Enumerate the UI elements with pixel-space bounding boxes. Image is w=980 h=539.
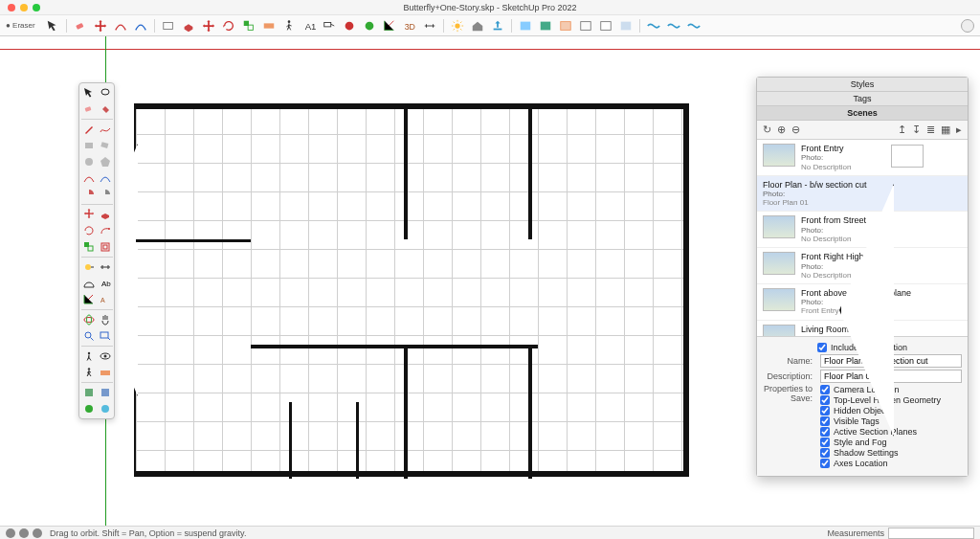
scale-icon[interactable] xyxy=(242,19,256,33)
prop-checkbox[interactable] xyxy=(820,416,830,426)
house-icon[interactable] xyxy=(471,19,484,33)
pencil-icon[interactable] xyxy=(81,122,97,137)
prop-checkbox[interactable] xyxy=(820,406,830,415)
view-list-icon[interactable]: ≣ xyxy=(926,124,935,136)
look-icon[interactable] xyxy=(98,348,113,364)
dimension2-icon[interactable] xyxy=(98,259,113,275)
style1-icon[interactable] xyxy=(519,19,532,33)
scene-item[interactable]: Front Entry Photo: No Description xyxy=(757,140,968,176)
eraser-icon[interactable] xyxy=(74,19,87,33)
prop-row[interactable]: Hidden Objects xyxy=(820,406,941,415)
remove-scene-icon[interactable]: ⊖ xyxy=(791,124,800,136)
arc2-icon[interactable] xyxy=(134,19,147,33)
scene-up-icon[interactable]: ↥ xyxy=(898,124,906,136)
style3-icon[interactable] xyxy=(559,19,572,33)
prop-checkbox[interactable] xyxy=(820,438,830,447)
prop-checkbox[interactable] xyxy=(820,395,830,405)
prop-row[interactable]: Style and Fog xyxy=(820,438,941,447)
prop-checkbox[interactable] xyxy=(820,448,830,458)
geo-icon[interactable] xyxy=(6,528,15,538)
rotrect-icon[interactable] xyxy=(98,138,113,153)
tape-icon[interactable] xyxy=(81,259,97,275)
cursor-icon[interactable] xyxy=(46,19,59,33)
lasso-icon[interactable] xyxy=(98,85,113,101)
tab-scenes[interactable]: Scenes xyxy=(757,106,968,121)
rect-icon[interactable] xyxy=(81,138,97,153)
ext3-icon[interactable] xyxy=(81,401,97,416)
select-icon[interactable] xyxy=(81,85,97,101)
style5-icon[interactable] xyxy=(599,19,612,33)
ext1-icon[interactable] xyxy=(81,385,97,400)
zoom-window-icon[interactable] xyxy=(33,4,40,11)
polygon-icon[interactable] xyxy=(98,154,113,169)
credits-icon[interactable] xyxy=(19,528,29,538)
rotate2-icon[interactable] xyxy=(81,223,97,238)
position-icon[interactable] xyxy=(81,348,97,364)
3dtext2-icon[interactable]: A xyxy=(98,292,113,307)
section-icon[interactable] xyxy=(262,19,276,33)
zoomwin-icon[interactable] xyxy=(98,328,113,344)
model-viewport[interactable]: Ab A Styles Tags Scenes ↻ ⊕ ⊖ ↥ ↧ xyxy=(0,36,980,526)
zoom-icon[interactable] xyxy=(81,328,97,344)
profile-avatar-icon[interactable] xyxy=(961,19,974,33)
paintbucket-icon[interactable] xyxy=(98,101,113,117)
paint2-icon[interactable] xyxy=(363,19,376,33)
rotate-icon[interactable] xyxy=(222,19,235,33)
minimize-window-icon[interactable] xyxy=(20,4,28,11)
scene-list[interactable]: Front Entry Photo: No Description Floor … xyxy=(757,140,968,336)
add-scene-icon[interactable]: ⊕ xyxy=(777,124,786,136)
paint-icon[interactable] xyxy=(343,19,356,33)
label-icon[interactable] xyxy=(323,19,336,33)
text-icon[interactable]: A1 xyxy=(302,19,316,33)
circle-icon[interactable] xyxy=(81,154,97,169)
upload-icon[interactable] xyxy=(491,19,504,33)
prop-checkbox[interactable] xyxy=(820,385,830,394)
arc3-icon[interactable] xyxy=(81,170,97,186)
axes2-icon[interactable] xyxy=(81,292,97,307)
protractor-icon[interactable] xyxy=(81,276,97,291)
prop-row[interactable]: Active Section Planes xyxy=(820,427,941,437)
arc4-icon[interactable] xyxy=(98,170,113,186)
tab-tags[interactable]: Tags xyxy=(757,92,968,106)
orbit-icon[interactable] xyxy=(81,312,97,327)
followme-icon[interactable] xyxy=(98,223,113,238)
style4-icon[interactable] xyxy=(579,19,592,33)
axes-icon[interactable] xyxy=(383,19,396,33)
prop-row[interactable]: Visible Tags xyxy=(820,416,941,426)
close-window-icon[interactable] xyxy=(8,4,15,11)
include-animation-checkbox[interactable] xyxy=(817,343,827,352)
arc-icon[interactable] xyxy=(114,19,127,33)
section2-icon[interactable] xyxy=(98,365,113,380)
sun-icon[interactable] xyxy=(451,19,464,33)
offset-icon[interactable] xyxy=(98,239,113,255)
menu-icon[interactable]: ▸ xyxy=(956,124,962,136)
rectangle-icon[interactable] xyxy=(162,19,175,33)
move-icon[interactable] xyxy=(94,19,107,33)
scale2-icon[interactable] xyxy=(81,239,97,255)
wave3-icon[interactable] xyxy=(687,19,701,33)
prop-checkbox[interactable] xyxy=(820,427,830,437)
scene-item[interactable]: Front from Street Photo: No Description xyxy=(757,212,968,248)
refresh-icon[interactable]: ↻ xyxy=(763,124,771,136)
prop-row[interactable]: Shadow Settings xyxy=(820,448,941,458)
measurements-input[interactable] xyxy=(888,528,974,539)
text2-icon[interactable]: Ab xyxy=(98,276,113,291)
scene-item[interactable]: Floor Plan - b/w section cut Photo: Floo… xyxy=(757,176,968,213)
tab-styles[interactable]: Styles xyxy=(757,78,968,92)
ext4-icon[interactable] xyxy=(98,401,113,416)
style2-icon[interactable] xyxy=(539,19,552,33)
pan-icon[interactable] xyxy=(98,312,113,327)
move2-icon[interactable] xyxy=(202,19,215,33)
move3-icon[interactable] xyxy=(81,207,97,222)
view-grid-icon[interactable]: ▦ xyxy=(941,124,950,136)
prop-row[interactable]: Axes Location xyxy=(820,459,941,468)
scene-down-icon[interactable]: ↧ xyxy=(912,124,921,136)
eraser2-icon[interactable] xyxy=(81,101,97,117)
wave2-icon[interactable] xyxy=(667,19,680,33)
pushpull2-icon[interactable] xyxy=(98,207,113,222)
pie2-icon[interactable] xyxy=(98,187,113,202)
signin-icon[interactable] xyxy=(33,528,42,538)
walk2-icon[interactable] xyxy=(81,365,97,380)
style6-icon[interactable] xyxy=(619,19,633,33)
wave1-icon[interactable] xyxy=(647,19,660,33)
